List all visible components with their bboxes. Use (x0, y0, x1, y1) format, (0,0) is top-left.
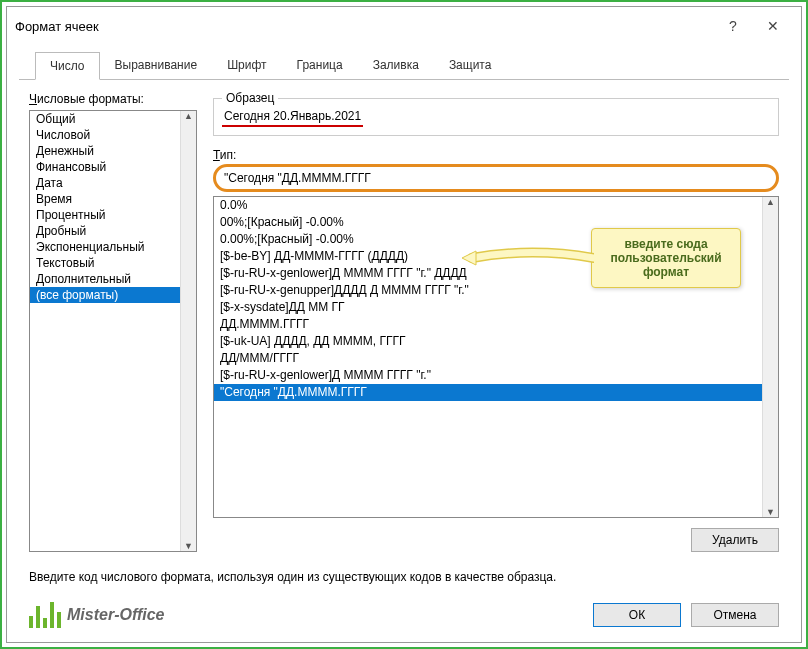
tab-protection[interactable]: Защита (434, 51, 507, 79)
type-input[interactable] (213, 164, 779, 192)
format-category-item[interactable]: Общий (30, 111, 196, 127)
sample-group: Образец Сегодня 20.Январь.2021 (213, 98, 779, 136)
tab-alignment[interactable]: Выравнивание (100, 51, 213, 79)
format-category-list[interactable]: ▲ ▼ ОбщийЧисловойДенежныйФинансовыйДатаВ… (29, 110, 197, 552)
chevron-up-icon: ▲ (763, 197, 778, 207)
format-code-item[interactable]: "Сегодня "ДД.ММММ.ГГГГ (214, 384, 778, 401)
format-code-item[interactable]: 0.0% (214, 197, 778, 214)
window-title: Формат ячеек (15, 19, 713, 34)
format-category-item[interactable]: Дата (30, 175, 196, 191)
delete-button[interactable]: Удалить (691, 528, 779, 552)
tab-fill[interactable]: Заливка (358, 51, 434, 79)
close-button[interactable]: ✕ (753, 13, 793, 39)
format-category-item[interactable]: Дополнительный (30, 271, 196, 287)
type-label: Тип: (213, 148, 779, 162)
format-category-item[interactable]: Денежный (30, 143, 196, 159)
format-category-item[interactable]: Числовой (30, 127, 196, 143)
format-category-item[interactable]: Экспоненциальный (30, 239, 196, 255)
callout-arrow-icon (462, 247, 594, 269)
format-code-item[interactable]: [$-ru-RU-x-genlower]Д ММММ ГГГГ "г." (214, 367, 778, 384)
hint-text: Введите код числового формата, используя… (29, 570, 779, 584)
sample-value: Сегодня 20.Январь.2021 (222, 103, 363, 127)
chevron-up-icon: ▲ (181, 111, 196, 121)
svg-marker-0 (462, 251, 476, 265)
format-category-item[interactable]: Текстовый (30, 255, 196, 271)
format-category-item[interactable]: Процентный (30, 207, 196, 223)
format-code-item[interactable]: ДД/МММ/ГГГГ (214, 350, 778, 367)
format-cells-dialog: Формат ячеек ? ✕ Число Выравнивание Шриф… (6, 6, 802, 643)
format-code-item[interactable]: [$-uk-UA] ДДДД, ДД ММММ, ГГГГ (214, 333, 778, 350)
brand-logo: Mister-Office (29, 602, 165, 628)
chevron-down-icon: ▼ (181, 541, 196, 551)
format-category-item[interactable]: Финансовый (30, 159, 196, 175)
brand-text: Mister-Office (67, 606, 165, 624)
close-icon: ✕ (767, 18, 779, 34)
format-category-item[interactable]: Время (30, 191, 196, 207)
ok-button[interactable]: ОК (593, 603, 681, 627)
chevron-down-icon: ▼ (763, 507, 778, 517)
scrollbar[interactable]: ▲ ▼ (180, 111, 196, 551)
help-button[interactable]: ? (713, 13, 753, 39)
tabs: Число Выравнивание Шрифт Граница Заливка… (19, 45, 789, 80)
format-code-item[interactable]: [$-x-sysdate]ДД ММ ГГ (214, 299, 778, 316)
annotation-callout: введите сюда пользовательский формат (591, 228, 741, 288)
cancel-button[interactable]: Отмена (691, 603, 779, 627)
tab-font[interactable]: Шрифт (212, 51, 281, 79)
number-formats-label: Числовые форматы: (29, 92, 197, 106)
format-category-item[interactable]: Дробный (30, 223, 196, 239)
tab-border[interactable]: Граница (282, 51, 358, 79)
logo-bars-icon (29, 602, 61, 628)
format-code-item[interactable]: ДД.ММММ.ГГГГ (214, 316, 778, 333)
footer: Mister-Office ОК Отмена (7, 594, 801, 642)
callout-text: введите сюда пользовательский формат (610, 237, 721, 279)
titlebar: Формат ячеек ? ✕ (7, 7, 801, 45)
scrollbar[interactable]: ▲ ▼ (762, 197, 778, 517)
format-category-item[interactable]: (все форматы) (30, 287, 196, 303)
tab-number[interactable]: Число (35, 52, 100, 80)
sample-label: Образец (222, 91, 278, 105)
